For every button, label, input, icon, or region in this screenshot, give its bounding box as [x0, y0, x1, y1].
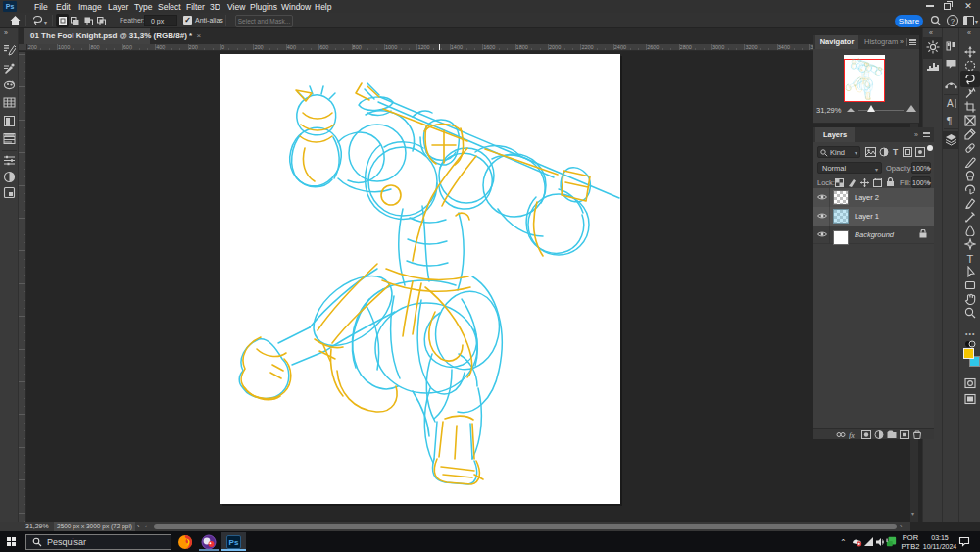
svg-text:¶: ¶ — [947, 114, 952, 125]
svg-text:A: A — [947, 98, 954, 109]
svg-text:T: T — [967, 253, 974, 265]
svg-text:fx: fx — [849, 431, 855, 440]
